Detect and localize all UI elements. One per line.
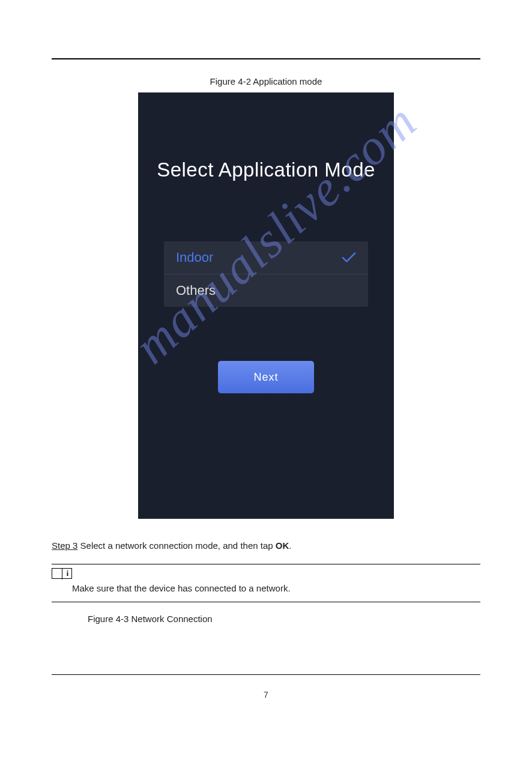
- note-block: i Make sure that the device has connecte…: [52, 564, 480, 603]
- note-text: Make sure that the device has connected …: [72, 581, 480, 596]
- step-action: OK: [276, 540, 289, 551]
- option-indoor[interactable]: Indoor: [164, 241, 368, 274]
- check-icon: [342, 250, 356, 265]
- option-label: Others: [176, 283, 216, 298]
- step-prefix: Step 3: [52, 540, 77, 551]
- screen-title: Select Application Mode: [157, 159, 375, 181]
- device-screenshot: Select Application Mode Indoor Others Ne…: [138, 92, 394, 519]
- page-container: Figure 4-2 Application mode Select Appli…: [0, 58, 532, 759]
- application-mode-list: Indoor Others: [164, 241, 368, 307]
- step-instruction: Step 3 Select a network connection mode,…: [52, 539, 480, 553]
- note-icon: i: [52, 568, 72, 579]
- bottom-rule: [52, 674, 480, 675]
- step-body: Select a network connection mode, and th…: [80, 540, 276, 551]
- option-others[interactable]: Others: [164, 274, 368, 307]
- top-rule: [52, 58, 480, 59]
- step-suffix: .: [289, 540, 291, 551]
- figure-reference: Figure 4-3 Network Connection: [88, 612, 480, 626]
- option-label: Indoor: [176, 250, 213, 265]
- page-number: 7: [52, 690, 480, 700]
- figure-caption: Figure 4-2 Application mode: [52, 76, 480, 86]
- next-button[interactable]: Next: [218, 361, 314, 393]
